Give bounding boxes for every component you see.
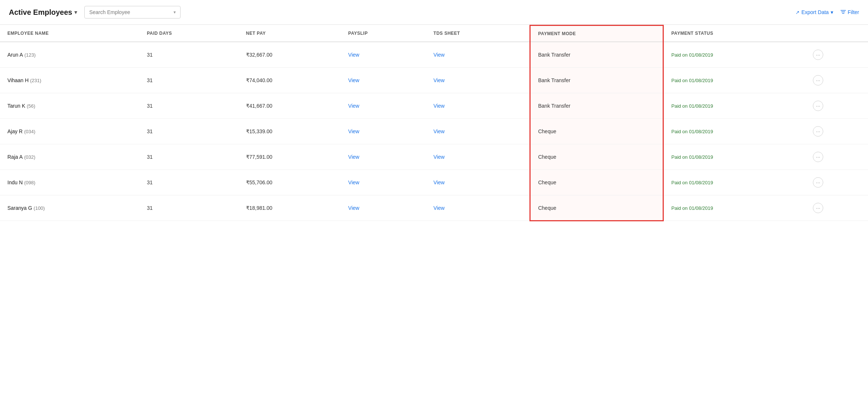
net-pay-cell: ₹41,667.00	[239, 93, 341, 119]
col-header-payment-status: PAYMENT STATUS	[663, 26, 805, 42]
table-header-row: EMPLOYEE NAME PAID DAYS NET PAY PAYSLIP …	[0, 26, 868, 42]
payslip-cell[interactable]: View	[341, 119, 426, 144]
payment-status-cell: Paid on 01/08/2019	[663, 170, 805, 195]
payment-mode-cell: Bank Transfer	[530, 93, 663, 119]
tds-sheet-cell[interactable]: View	[426, 170, 530, 195]
active-employees-dropdown[interactable]: Active Employees ▾	[9, 8, 77, 17]
more-options-button[interactable]: ···	[813, 50, 823, 60]
row-actions-cell[interactable]: ···	[805, 170, 868, 195]
tds-sheet-cell[interactable]: View	[426, 119, 530, 144]
tds-sheet-cell[interactable]: View	[426, 195, 530, 221]
row-actions-cell[interactable]: ···	[805, 119, 868, 144]
more-options-button[interactable]: ···	[813, 75, 823, 85]
col-header-tds-sheet: TDS SHEET	[426, 26, 530, 42]
export-data-button[interactable]: ↗ Export Data ▾	[795, 9, 833, 15]
net-pay-cell: ₹74,040.00	[239, 68, 341, 93]
payment-status-cell: Paid on 01/08/2019	[663, 195, 805, 221]
employees-table-container: EMPLOYEE NAME PAID DAYS NET PAY PAYSLIP …	[0, 25, 868, 221]
row-actions-cell[interactable]: ···	[805, 93, 868, 119]
payslip-view-link[interactable]: View	[348, 128, 359, 134]
payslip-cell[interactable]: View	[341, 144, 426, 170]
paid-days-cell: 31	[139, 144, 239, 170]
payslip-cell[interactable]: View	[341, 170, 426, 195]
payslip-view-link[interactable]: View	[348, 52, 359, 58]
row-actions-cell[interactable]: ···	[805, 144, 868, 170]
payslip-view-link[interactable]: View	[348, 77, 359, 83]
table-row: Indu N (098) 31 ₹55,706.00 View View Che…	[0, 170, 868, 195]
paid-days-cell: 31	[139, 170, 239, 195]
export-chevron-icon: ▾	[831, 9, 833, 15]
row-actions-cell[interactable]: ···	[805, 195, 868, 221]
paid-days-cell: 31	[139, 42, 239, 68]
payment-mode-cell: Bank Transfer	[530, 68, 663, 93]
tds-sheet-cell[interactable]: View	[426, 68, 530, 93]
payslip-view-link[interactable]: View	[348, 154, 359, 160]
row-actions-cell[interactable]: ···	[805, 68, 868, 93]
top-bar: Active Employees ▾ ▾ ↗ Export Data ▾ Fil…	[0, 0, 868, 25]
payslip-cell[interactable]: View	[341, 93, 426, 119]
col-header-actions	[805, 26, 868, 42]
more-options-button[interactable]: ···	[813, 177, 823, 188]
payslip-cell[interactable]: View	[341, 195, 426, 221]
tds-view-link[interactable]: View	[434, 128, 445, 134]
payment-mode-cell: Cheque	[530, 144, 663, 170]
row-actions-cell[interactable]: ···	[805, 42, 868, 68]
net-pay-cell: ₹77,591.00	[239, 144, 341, 170]
table-row: Saranya G (100) 31 ₹18,981.00 View View …	[0, 195, 868, 221]
payment-status-cell: Paid on 01/08/2019	[663, 93, 805, 119]
employee-name-cell: Ajay R (034)	[0, 119, 139, 144]
search-employee-box[interactable]: ▾	[84, 6, 181, 19]
col-header-payment-mode: PAYMENT MODE	[530, 26, 663, 42]
col-header-net-pay: NET PAY	[239, 26, 341, 42]
net-pay-cell: ₹18,981.00	[239, 195, 341, 221]
payment-mode-cell: Bank Transfer	[530, 42, 663, 68]
filter-label: Filter	[848, 9, 859, 15]
tds-view-link[interactable]: View	[434, 154, 445, 160]
paid-days-cell: 31	[139, 68, 239, 93]
employee-name-cell: Raja A (032)	[0, 144, 139, 170]
employee-name-cell: Indu N (098)	[0, 170, 139, 195]
tds-sheet-cell[interactable]: View	[426, 93, 530, 119]
export-icon: ↗	[795, 10, 800, 15]
filter-icon	[841, 9, 846, 15]
net-pay-cell: ₹55,706.00	[239, 170, 341, 195]
employee-name-cell: Vihaan H (231)	[0, 68, 139, 93]
payment-status-cell: Paid on 01/08/2019	[663, 68, 805, 93]
table-row: Vihaan H (231) 31 ₹74,040.00 View View B…	[0, 68, 868, 93]
payslip-view-link[interactable]: View	[348, 179, 359, 185]
payslip-cell[interactable]: View	[341, 68, 426, 93]
employee-name-cell: Tarun K (56)	[0, 93, 139, 119]
tds-view-link[interactable]: View	[434, 205, 445, 211]
more-options-button[interactable]: ···	[813, 126, 823, 137]
payment-status-cell: Paid on 01/08/2019	[663, 119, 805, 144]
payment-mode-cell: Cheque	[530, 195, 663, 221]
payment-mode-cell: Cheque	[530, 170, 663, 195]
employee-name-cell: Arun A (123)	[0, 42, 139, 68]
tds-view-link[interactable]: View	[434, 52, 445, 58]
net-pay-cell: ₹15,339.00	[239, 119, 341, 144]
more-options-button[interactable]: ···	[813, 152, 823, 162]
more-options-button[interactable]: ···	[813, 203, 823, 213]
more-options-button[interactable]: ···	[813, 101, 823, 111]
search-employee-input[interactable]	[89, 9, 171, 15]
paid-days-cell: 31	[139, 93, 239, 119]
table-row: Ajay R (034) 31 ₹15,339.00 View View Che…	[0, 119, 868, 144]
top-bar-actions: ↗ Export Data ▾ Filter	[795, 9, 859, 15]
paid-days-cell: 31	[139, 195, 239, 221]
tds-view-link[interactable]: View	[434, 77, 445, 83]
tds-sheet-cell[interactable]: View	[426, 42, 530, 68]
table-row: Arun A (123) 31 ₹32,667.00 View View Ban…	[0, 42, 868, 68]
tds-sheet-cell[interactable]: View	[426, 144, 530, 170]
page-title: Active Employees	[9, 8, 72, 17]
col-header-paid-days: PAID DAYS	[139, 26, 239, 42]
tds-view-link[interactable]: View	[434, 103, 445, 109]
payslip-view-link[interactable]: View	[348, 103, 359, 109]
payment-mode-cell: Cheque	[530, 119, 663, 144]
col-header-payslip: PAYSLIP	[341, 26, 426, 42]
filter-button[interactable]: Filter	[841, 9, 859, 15]
table-row: Tarun K (56) 31 ₹41,667.00 View View Ban…	[0, 93, 868, 119]
payslip-cell[interactable]: View	[341, 42, 426, 68]
tds-view-link[interactable]: View	[434, 179, 445, 185]
title-chevron-icon: ▾	[74, 9, 77, 15]
payslip-view-link[interactable]: View	[348, 205, 359, 211]
